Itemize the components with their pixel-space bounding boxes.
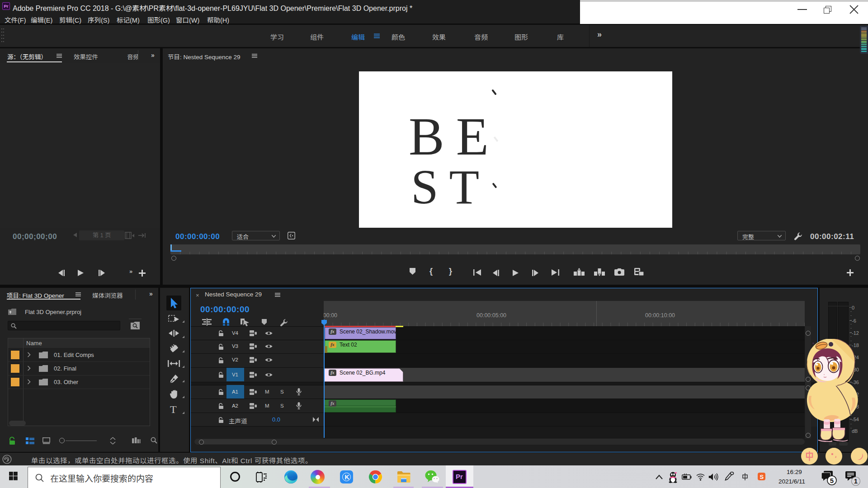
svg-text:1: 1	[854, 477, 858, 485]
svg-text:5: 5	[830, 477, 834, 484]
